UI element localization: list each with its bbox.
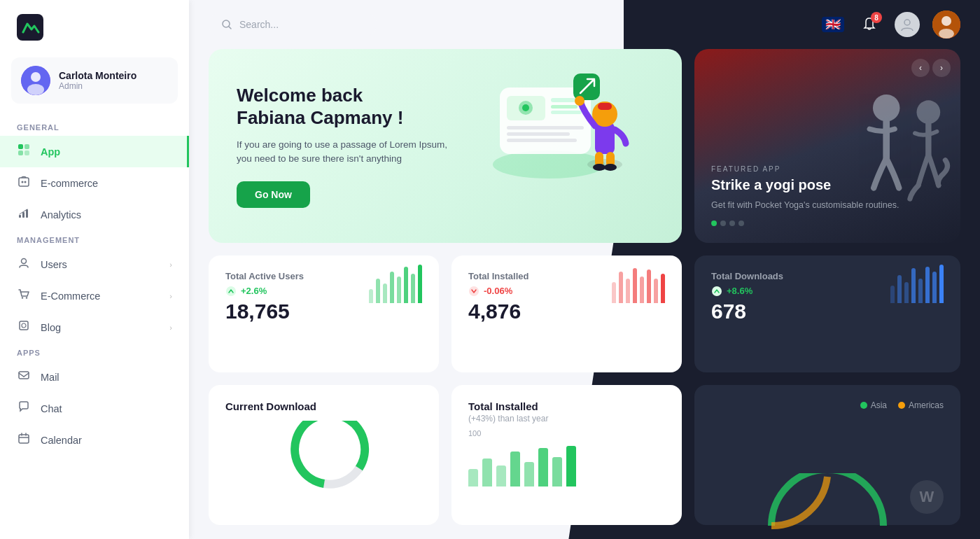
stat-value-1: 18,765 (225, 300, 290, 323)
sidebar-item-app[interactable]: App (0, 136, 189, 167)
carousel-dots (711, 220, 944, 226)
total-installed-card: Total Installed (+43%) than last year 10… (451, 385, 682, 525)
user-icon[interactable] (895, 12, 920, 37)
analytics-icon (17, 206, 31, 223)
stat-value-3: 678 (711, 300, 752, 323)
sidebar-item-label-ecommerce2: E-Commerce (41, 290, 100, 302)
legend-label-americas: Americas (909, 400, 944, 410)
svg-rect-11 (22, 212, 24, 218)
svg-rect-4 (24, 144, 29, 149)
topbar: Search... 🇬🇧 8 (189, 0, 980, 49)
chevron-icon-3: › (169, 323, 172, 332)
svg-rect-5 (18, 150, 23, 155)
topbar-left: Search... (209, 13, 822, 36)
svg-rect-6 (24, 150, 29, 155)
svg-rect-32 (551, 111, 582, 114)
dot-1 (711, 220, 717, 226)
sidebar-item-calendar[interactable]: Calendar (0, 424, 189, 456)
stat-change-1: +2.6% (225, 286, 290, 297)
legend-dot-americas (898, 402, 905, 409)
app-logo (17, 14, 43, 41)
search-placeholder: Search... (239, 19, 279, 30)
cart-icon (17, 288, 31, 304)
sidebar-item-mail[interactable]: Mail (0, 361, 189, 393)
profile-info: Carlota Monteiro Admin (59, 70, 136, 91)
svg-rect-12 (26, 209, 28, 218)
profile-name: Carlota Monteiro (59, 70, 136, 81)
legend-item-asia: Asia (860, 400, 887, 410)
stat-change-2: -0.06% (468, 286, 521, 297)
content-area: Welcome backWelcome back Fabiana Capmany… (189, 49, 980, 539)
dot-3 (729, 220, 735, 226)
trend-down-icon-2 (468, 286, 479, 297)
legend-card: Asia Americas W (694, 385, 960, 525)
section-label-general: GENERAL (0, 118, 189, 136)
stat-change-3: +8.6% (711, 286, 752, 297)
profile-role: Admin (59, 81, 136, 91)
stat-change-value-3: +8.6% (727, 286, 752, 296)
svg-rect-38 (595, 122, 615, 154)
installed-card-subtitle: (+43%) than last year (468, 414, 665, 424)
chevron-icon-2: › (169, 292, 172, 300)
calendar-icon (17, 432, 31, 448)
sidebar-item-label-ecommerce: E-commerce (41, 178, 98, 189)
trend-up-icon-3 (711, 286, 722, 297)
svg-rect-19 (19, 435, 29, 443)
svg-point-14 (22, 297, 23, 298)
stat-change-value-1: +2.6% (241, 286, 267, 296)
svg-point-41 (575, 96, 584, 106)
grid-area: Welcome backWelcome back Fabiana Capmany… (209, 49, 960, 525)
svg-rect-40 (598, 103, 612, 110)
chevron-icon: › (169, 260, 172, 269)
go-now-button[interactable]: Go Now (237, 181, 310, 208)
svg-point-9 (24, 181, 27, 183)
svg-rect-7 (19, 178, 29, 186)
sidebar-item-label-chat: Chat (41, 403, 62, 414)
sidebar-item-users[interactable]: Users › (0, 248, 189, 280)
sidebar-item-label-users: Users (41, 259, 67, 270)
sidebar-nav: GENERAL App E-commerc (0, 118, 189, 539)
stat-chart-3 (890, 265, 944, 303)
sidebar-item-label-blog: Blog (41, 322, 61, 333)
sidebar-item-label-mail: Mail (41, 372, 59, 383)
watermark: W (910, 480, 944, 514)
svg-point-24 (939, 29, 954, 38)
svg-point-8 (22, 181, 24, 183)
sidebar-item-chat[interactable]: Chat (0, 393, 189, 424)
notification-button[interactable]: 8 (857, 12, 882, 37)
user-profile-card[interactable]: Carlota Monteiro Admin (11, 57, 178, 104)
dot-2 (720, 220, 726, 226)
sidebar-item-ecommerce[interactable]: E-commerce (0, 167, 189, 199)
topbar-right: 🇬🇧 8 (822, 10, 960, 38)
svg-point-21 (904, 20, 910, 25)
svg-point-2 (27, 84, 44, 95)
search-box[interactable]: Search... (209, 13, 377, 36)
dot-4 (738, 220, 744, 226)
search-icon (221, 19, 232, 30)
svg-rect-33 (507, 126, 584, 130)
stat-chart-2 (612, 265, 665, 303)
users-icon (17, 256, 31, 272)
user-avatar[interactable] (932, 10, 960, 38)
featured-card: ‹ › FEATURED APP Strike a yogi pose Get … (694, 49, 960, 243)
svg-point-29 (522, 104, 529, 111)
stat-card-downloads: Total Downloads +8.6% 678 (694, 255, 960, 372)
svg-rect-34 (507, 132, 570, 136)
section-label-apps: APPS (0, 343, 189, 361)
svg-point-51 (712, 286, 722, 296)
svg-point-1 (31, 72, 41, 82)
svg-point-44 (593, 164, 606, 171)
sidebar-item-blog[interactable]: Blog › (0, 312, 189, 343)
language-flag[interactable]: 🇬🇧 (822, 17, 844, 32)
sidebar: Carlota Monteiro Admin GENERAL App (0, 0, 189, 539)
trend-up-icon-1 (225, 286, 237, 297)
svg-rect-35 (507, 139, 577, 142)
stat-value-2: 4,876 (468, 300, 521, 323)
sidebar-item-ecommerce2[interactable]: E-Commerce › (0, 280, 189, 312)
featured-label: FEATURED APP (711, 165, 944, 173)
chat-icon (17, 400, 31, 416)
sidebar-item-analytics[interactable]: Analytics (0, 199, 189, 230)
download-card-title: Current Download (225, 400, 422, 412)
installed-bar-chart (468, 444, 665, 486)
notification-badge: 8 (871, 12, 882, 23)
